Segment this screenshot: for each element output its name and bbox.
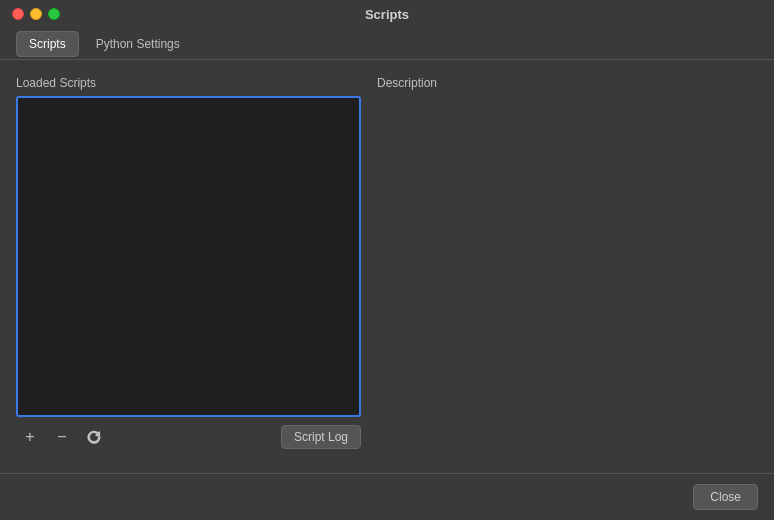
tab-bar: Scripts Python Settings (0, 28, 774, 60)
scripts-list[interactable] (16, 96, 361, 417)
content-area: Loaded Scripts + − Script Log (0, 60, 774, 473)
description-label: Description (377, 76, 758, 90)
maximize-traffic-light[interactable] (48, 8, 60, 20)
description-content (377, 96, 758, 457)
remove-script-button[interactable]: − (48, 425, 76, 449)
left-panel: Loaded Scripts + − Script Log (16, 76, 361, 457)
window: Scripts Scripts Python Settings Loaded S… (0, 0, 774, 520)
add-script-button[interactable]: + (16, 425, 44, 449)
loaded-scripts-label: Loaded Scripts (16, 76, 361, 90)
reload-icon (87, 430, 101, 444)
toolbar: + − Script Log (16, 417, 361, 457)
window-title: Scripts (365, 7, 409, 22)
minimize-traffic-light[interactable] (30, 8, 42, 20)
tab-scripts[interactable]: Scripts (16, 31, 79, 57)
right-panel: Description (377, 76, 758, 457)
close-traffic-light[interactable] (12, 8, 24, 20)
title-bar: Scripts (0, 0, 774, 28)
reload-script-button[interactable] (80, 425, 108, 449)
traffic-lights (12, 8, 60, 20)
footer: Close (0, 473, 774, 520)
script-log-button[interactable]: Script Log (281, 425, 361, 449)
tab-python-settings[interactable]: Python Settings (83, 31, 193, 57)
close-button[interactable]: Close (693, 484, 758, 510)
